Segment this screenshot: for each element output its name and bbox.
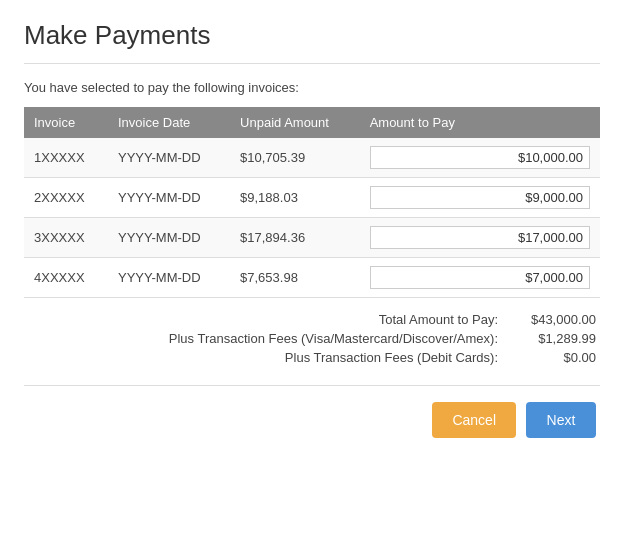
table-row: 1XXXXXYYYY-MM-DD$10,705.39	[24, 138, 600, 178]
subtitle: You have selected to pay the following i…	[24, 80, 600, 95]
table-row: 3XXXXXYYYY-MM-DD$17,894.36	[24, 218, 600, 258]
visa-fees-value: $1,289.99	[506, 331, 596, 346]
summary-section: Total Amount to Pay: $43,000.00 Plus Tra…	[24, 312, 600, 365]
cancel-button[interactable]: Cancel	[432, 402, 516, 438]
invoice-cell: 4XXXXX	[24, 258, 108, 298]
col-header-unpaid: Unpaid Amount	[230, 107, 360, 138]
invoice-cell: 2XXXXX	[24, 178, 108, 218]
footer-divider	[24, 385, 600, 386]
amount-to-pay-input[interactable]	[370, 266, 590, 289]
date-cell: YYYY-MM-DD	[108, 218, 230, 258]
col-header-date: Invoice Date	[108, 107, 230, 138]
footer-buttons: Cancel Next	[24, 402, 600, 438]
debit-fees-label: Plus Transaction Fees (Debit Cards):	[285, 350, 498, 365]
amount-to-pay-cell[interactable]	[360, 218, 600, 258]
unpaid-cell: $17,894.36	[230, 218, 360, 258]
col-header-invoice: Invoice	[24, 107, 108, 138]
amount-to-pay-input[interactable]	[370, 186, 590, 209]
next-button[interactable]: Next	[526, 402, 596, 438]
invoice-cell: 3XXXXX	[24, 218, 108, 258]
page-title: Make Payments	[24, 20, 600, 64]
amount-to-pay-cell[interactable]	[360, 178, 600, 218]
unpaid-cell: $9,188.03	[230, 178, 360, 218]
total-label: Total Amount to Pay:	[379, 312, 498, 327]
date-cell: YYYY-MM-DD	[108, 138, 230, 178]
table-row: 4XXXXXYYYY-MM-DD$7,653.98	[24, 258, 600, 298]
amount-to-pay-input[interactable]	[370, 226, 590, 249]
visa-fees-label: Plus Transaction Fees (Visa/Mastercard/D…	[169, 331, 498, 346]
unpaid-cell: $7,653.98	[230, 258, 360, 298]
invoices-table: Invoice Invoice Date Unpaid Amount Amoun…	[24, 107, 600, 298]
debit-fees-value: $0.00	[506, 350, 596, 365]
table-row: 2XXXXXYYYY-MM-DD$9,188.03	[24, 178, 600, 218]
invoice-cell: 1XXXXX	[24, 138, 108, 178]
amount-to-pay-cell[interactable]	[360, 258, 600, 298]
date-cell: YYYY-MM-DD	[108, 258, 230, 298]
date-cell: YYYY-MM-DD	[108, 178, 230, 218]
amount-to-pay-cell[interactable]	[360, 138, 600, 178]
col-header-amount: Amount to Pay	[360, 107, 600, 138]
total-value: $43,000.00	[506, 312, 596, 327]
unpaid-cell: $10,705.39	[230, 138, 360, 178]
amount-to-pay-input[interactable]	[370, 146, 590, 169]
